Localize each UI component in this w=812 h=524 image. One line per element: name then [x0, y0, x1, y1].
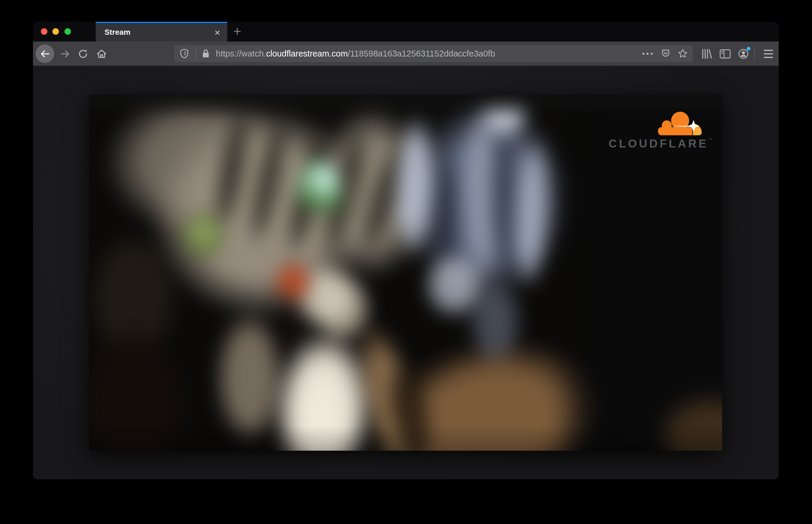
tab-title: Stream: [104, 28, 213, 37]
bookmark-star-icon[interactable]: [678, 48, 688, 59]
url-domain: cloudflarestream.com: [266, 49, 348, 58]
tab-stream[interactable]: Stream ×: [96, 22, 227, 42]
menu-icon: [764, 50, 773, 51]
url-prefix: https://watch.: [216, 49, 266, 58]
pocket-icon[interactable]: [661, 49, 670, 58]
urlbar-separator: [196, 48, 196, 59]
page-actions-icon[interactable]: •••: [642, 49, 654, 58]
back-button[interactable]: [36, 45, 54, 63]
home-button[interactable]: [95, 42, 108, 66]
sidebar-button[interactable]: [717, 42, 733, 66]
lock-icon[interactable]: [202, 49, 210, 58]
library-button[interactable]: [698, 42, 715, 66]
address-bar[interactable]: https://watch.cloudflarestream.com/11859…: [175, 45, 693, 62]
video-player[interactable]: CLOUDFLARE™: [89, 95, 722, 451]
browser-window: Stream × +: [33, 22, 779, 479]
zoom-window-button[interactable]: [64, 28, 71, 35]
minimize-window-button[interactable]: [52, 28, 59, 35]
home-icon: [96, 48, 108, 60]
arrow-left-icon: [40, 49, 50, 59]
account-notification-dot: [747, 47, 750, 51]
url-path: /118598a163a125631152ddaccfe3a0fb: [348, 49, 495, 58]
account-button[interactable]: [735, 42, 752, 66]
page-content: CLOUDFLARE™: [33, 66, 779, 479]
reload-icon: [78, 48, 89, 60]
reload-button[interactable]: [77, 42, 90, 66]
new-tab-button[interactable]: +: [228, 24, 246, 39]
sidebar-icon: [719, 49, 731, 59]
url-text[interactable]: https://watch.cloudflarestream.com/11859…: [216, 49, 639, 59]
tracking-protection-shield-icon[interactable]: [180, 49, 189, 59]
tab-bar: Stream × +: [33, 22, 779, 42]
cloudflare-watermark: CLOUDFLARE™: [608, 108, 708, 150]
toolbar-separator: [754, 47, 755, 60]
cloudflare-wordmark: CLOUDFLARE™: [608, 137, 708, 150]
tab-close-icon[interactable]: ×: [213, 27, 222, 37]
navigation-toolbar: https://watch.cloudflarestream.com/11859…: [33, 42, 779, 66]
close-window-button[interactable]: [41, 28, 47, 35]
cloudflare-cloud-icon: [657, 108, 706, 136]
menu-button[interactable]: [760, 42, 777, 66]
arrow-right-icon: [60, 49, 70, 59]
library-icon: [701, 48, 713, 60]
forward-button[interactable]: [58, 42, 72, 66]
trademark-symbol: ™: [708, 137, 713, 142]
